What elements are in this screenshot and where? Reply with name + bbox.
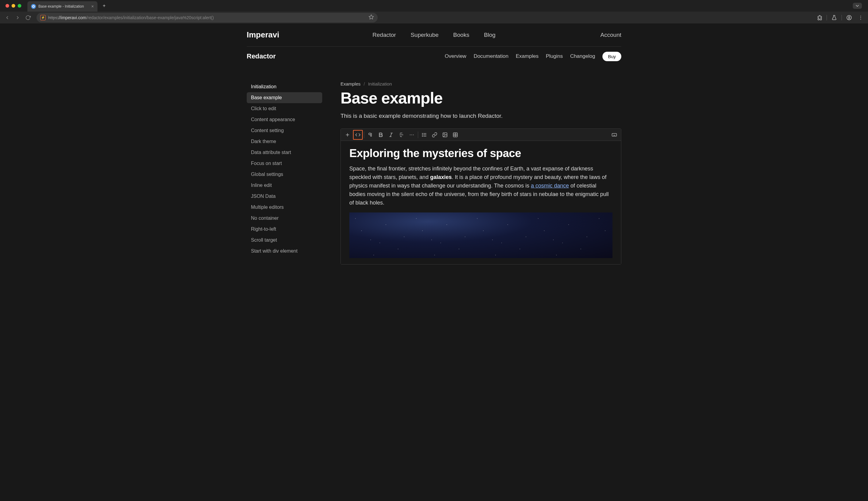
tab-bar: Base example - Initialization × + [0,0,868,12]
sub-nav-examples[interactable]: Examples [516,53,538,59]
toolbar-format-button[interactable] [365,130,375,140]
nav-link-books[interactable]: Books [453,32,469,38]
site-security-icon[interactable]: ⚡ [40,15,46,20]
svg-point-23 [444,134,445,134]
profile-icon[interactable] [845,13,854,22]
sidebar-item-scroll-target[interactable]: Scroll target [247,235,322,246]
window-maximize-button[interactable] [18,4,21,8]
toolbar-link-button[interactable] [430,130,439,140]
editor-toolbar [341,129,621,141]
sidebar-item-inline-edit[interactable]: Inline edit [247,180,322,191]
browser-right-icons [815,13,865,22]
editor-heading[interactable]: Exploring the mysteries of space [349,147,613,160]
tabs-dropdown-button[interactable] [853,3,862,9]
url-text: https://imperavi.com/redactor/examples/i… [48,15,214,20]
editor-link[interactable]: a cosmic dance [531,183,569,189]
svg-point-19 [422,133,423,134]
toolbar-table-button[interactable] [450,130,460,140]
sub-nav-documentation[interactable]: Documentation [473,53,508,59]
separator [841,15,842,20]
sub-nav-links: Overview Documentation Examples Plugins … [445,52,621,61]
editor-bold-text: galaxies [430,174,452,180]
toolbar-separator [364,131,364,138]
main-column: Examples / Initialization Base example T… [341,81,621,265]
svg-point-4 [860,15,861,16]
window-close-button[interactable] [6,4,9,8]
sidebar-item-focus-on-start[interactable]: Focus on start [247,158,322,169]
browser-chrome: Base example - Initialization × + ⚡ http… [0,0,868,23]
breadcrumb-separator: / [364,81,365,86]
sidebar-heading[interactable]: Initialization [247,81,322,92]
sidebar-item-start-with-div[interactable]: Start with div element [247,246,322,257]
forward-button[interactable] [13,13,22,22]
svg-rect-28 [612,133,617,136]
sidebar: Initialization Base example Click to edi… [247,81,322,265]
sidebar-item-right-to-left[interactable]: Right-to-left [247,224,322,235]
tab-favicon-icon [31,4,36,9]
nav-link-blog[interactable]: Blog [484,32,495,38]
sidebar-item-content-appearance[interactable]: Content appearance [247,114,322,125]
breadcrumb: Examples / Initialization [341,81,621,86]
labs-icon[interactable] [830,13,838,22]
sidebar-item-no-container[interactable]: No container [247,213,322,224]
toolbar-list-button[interactable] [419,130,429,140]
toolbar-html-button[interactable] [353,130,363,140]
tab-title: Base example - Initialization [38,4,84,9]
svg-point-14 [411,134,412,135]
toolbar-italic-button[interactable] [386,130,396,140]
new-tab-button[interactable]: + [100,1,108,10]
toolbar-keyboard-button[interactable] [609,130,619,140]
sub-nav-changelog[interactable]: Changelog [570,53,595,59]
sidebar-item-data-attribute-start[interactable]: Data attribute start [247,147,322,158]
sub-nav-brand[interactable]: Redactor [247,52,276,60]
sidebar-item-dark-theme[interactable]: Dark theme [247,136,322,147]
sub-nav-overview[interactable]: Overview [445,53,466,59]
sidebar-item-multiple-editors[interactable]: Multiple editors [247,202,322,213]
browser-tab[interactable]: Base example - Initialization × [28,1,97,12]
svg-point-21 [422,136,423,136]
toolbar-more-button[interactable] [407,130,417,140]
page-description: This is a basic example demonstrating ho… [341,113,621,119]
sub-nav: Redactor Overview Documentation Examples… [247,46,621,66]
window-minimize-button[interactable] [12,4,15,8]
nav-link-superkube[interactable]: Superkube [410,32,439,38]
svg-point-6 [860,19,861,20]
breadcrumb-examples[interactable]: Examples [341,81,360,86]
tab-close-icon[interactable]: × [91,4,94,9]
separator [827,15,827,20]
buy-button[interactable]: Buy [603,52,621,61]
back-button[interactable] [3,13,12,22]
sidebar-item-base-example[interactable]: Base example [247,92,322,103]
sidebar-item-json-data[interactable]: JSON Data [247,191,322,202]
account-link[interactable]: Account [600,32,621,38]
sidebar-item-click-to-edit[interactable]: Click to edit [247,103,322,114]
nav-link-redactor[interactable]: Redactor [373,32,396,38]
toolbar-image-button[interactable] [440,130,450,140]
top-nav-links: Redactor Superkube Books Blog [373,32,495,38]
sub-nav-plugins[interactable]: Plugins [546,53,563,59]
sidebar-item-content-setting[interactable]: Content setting [247,125,322,136]
reload-button[interactable] [24,13,32,22]
brand-logo[interactable]: Imperavi [247,30,279,40]
toolbar-add-button[interactable] [343,130,352,140]
breadcrumb-current: Initialization [368,81,392,86]
menu-icon[interactable] [856,13,865,22]
extensions-icon[interactable] [815,13,824,22]
address-bar[interactable]: ⚡ https://imperavi.com/redactor/examples… [36,13,378,22]
editor-content[interactable]: Exploring the mysteries of space Space, … [341,141,621,264]
svg-point-13 [410,134,410,135]
toolbar-strikethrough-button[interactable] [397,130,406,140]
editor-frame: Exploring the mysteries of space Space, … [341,128,621,265]
toolbar-separator [418,131,418,138]
page-title: Base example [341,89,621,107]
bookmark-star-icon[interactable] [368,14,374,21]
window-controls [3,4,21,8]
svg-point-5 [860,17,861,18]
toolbar-bold-button[interactable] [376,130,386,140]
editor-image[interactable] [349,212,613,258]
top-nav: Imperavi Redactor Superkube Books Blog A… [247,23,621,46]
sidebar-item-global-settings[interactable]: Global settings [247,169,322,180]
svg-point-3 [848,17,850,18]
browser-toolbar: ⚡ https://imperavi.com/redactor/examples… [0,12,868,23]
editor-paragraph[interactable]: Space, the final frontier, stretches inf… [349,165,613,207]
